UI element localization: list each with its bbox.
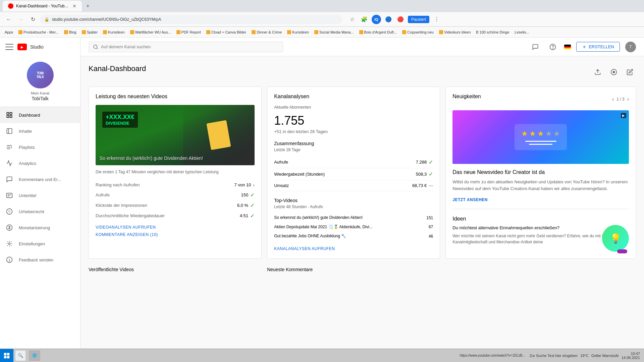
svg-point-23 <box>94 45 97 49</box>
urheberrecht-icon: © <box>5 207 13 216</box>
upload-button[interactable] <box>592 66 604 78</box>
bookmark-social[interactable]: Social Media Mana... <box>312 29 356 35</box>
bookmark-bois[interactable]: Bois d'Argent Duft... <box>357 29 399 35</box>
tab-close-button[interactable]: ✕ <box>72 3 76 9</box>
channel-analytics-link[interactable]: KANALANALYSEN AUFRUFEN <box>274 246 433 251</box>
video-thumbnail[interactable]: +XXX.XX€ DIVIDENDE So erkennst du (wirkl… <box>96 105 255 165</box>
active-tab[interactable]: Kanal-Dashboard - YouTube Stu... ✕ <box>3 1 82 11</box>
extension3-button[interactable]: 🔴 <box>396 15 405 24</box>
bookmark-100schoene[interactable]: B100 schöne Dinge <box>474 29 511 35</box>
bookmark-produktsuche[interactable]: Produktsuche - Mer... <box>16 29 61 35</box>
taskbar-clock: 10:47 14.06.2021 <box>622 352 640 360</box>
forward-button[interactable]: → <box>16 15 25 24</box>
inhalte-icon <box>5 127 13 135</box>
top-bar: ERSTELLEN T <box>80 38 644 56</box>
edit-button[interactable] <box>624 66 636 78</box>
search-container[interactable] <box>89 42 283 52</box>
svg-point-19 <box>9 243 10 245</box>
bottom-row: Veröffentlichte Videos Neueste Kommentar… <box>89 264 636 275</box>
bookmark-videokurs[interactable]: Videokurs Ideen <box>437 29 473 35</box>
bookmark-copywriting[interactable]: Copywriting neu <box>400 29 436 35</box>
top-videos-title: Top-Videos <box>274 198 433 203</box>
extension2-button[interactable]: 🔵 <box>384 15 393 24</box>
taskbar-status-url: https://www.youtube.com/watch?v=15CzBUbj… <box>460 354 527 357</box>
new-tab-button[interactable]: + <box>83 1 93 11</box>
more-button[interactable]: ⋮ <box>432 15 441 24</box>
news-next-button[interactable]: › <box>627 96 629 102</box>
ideas-title: Ideen <box>452 216 629 222</box>
summary-period: Letzte 28 Tage <box>274 147 433 152</box>
aufrufe-metric-check: ✓ <box>429 159 433 165</box>
bookmark-wahlfächer[interactable]: Wahlfächer WU Aus... <box>128 29 173 35</box>
sidebar-label-einstellungen: Einstellungen <box>19 241 45 246</box>
bookmark-kursideen2[interactable]: Kursideen <box>285 29 311 35</box>
sidebar-item-playlists[interactable]: Playlists <box>0 139 80 155</box>
refresh-button[interactable]: ↻ <box>28 15 38 24</box>
address-bar[interactable]: 🔒 studio.youtube.com/channel/UC6N5u-OiGz… <box>40 15 342 24</box>
svg-rect-2 <box>7 116 9 118</box>
sidebar: Studio TOBITALK Mein Kanal TobiTalk Dash… <box>0 38 80 362</box>
svg-rect-0 <box>7 113 9 115</box>
sidebar-item-untertitel[interactable]: Untertitel <box>0 187 80 203</box>
dashboard-grid: Leistung des neuesten Videos +XXX.XX€ DI… <box>89 86 636 259</box>
news-card: Neuigkeiten ‹ 1 / 3 › ★ <box>445 86 636 259</box>
sidebar-item-analytics[interactable]: Analytics <box>0 155 80 171</box>
taskbar-search[interactable]: 🔍 <box>15 351 25 361</box>
analytics-icon <box>5 159 13 167</box>
sidebar-item-urheberrecht[interactable]: © Urheberrecht <box>0 203 80 220</box>
taskbar-browser[interactable]: 🌐 <box>29 350 40 361</box>
live-button[interactable] <box>608 66 620 78</box>
news-image[interactable]: ★ ★ ★ ★ ★ ▶ <box>452 110 629 164</box>
bookmark-kursideen[interactable]: Kursideen <box>101 29 127 35</box>
sidebar-item-comments[interactable]: Kommentare und Er... <box>0 171 80 187</box>
sidebar-item-dashboard[interactable]: Dashboard <box>0 107 80 123</box>
channel-name: TobiTalk <box>32 96 49 101</box>
bookmark-pdf[interactable]: PDF Report <box>174 29 203 35</box>
sidebar-item-monetarisierung[interactable]: Monetarisierung <box>0 220 80 236</box>
create-button[interactable]: ERSTELLEN <box>576 42 620 52</box>
bookmark-dinner[interactable]: Dinner & Crime <box>250 29 284 35</box>
help-button[interactable] <box>547 41 559 53</box>
video-analytics-link[interactable]: VIDEOANALYSEN AUFRUFEN <box>96 225 255 230</box>
sidebar-item-inhalte[interactable]: Inhalte <box>0 123 80 139</box>
subscribers-count: 1.755 <box>274 114 433 128</box>
sidebar-label-urheberrecht: Urheberrecht <box>19 209 44 214</box>
channel-label: Mein Kanal <box>31 91 49 95</box>
search-input[interactable] <box>101 44 279 49</box>
news-prev-button[interactable]: ‹ <box>612 96 614 102</box>
bookmark-apps[interactable]: Apps <box>3 29 15 35</box>
subscribers-label: Aktuelle Abonnenten <box>274 105 433 110</box>
sidebar-item-einstellungen[interactable]: Einstellungen <box>0 236 80 252</box>
profile-button[interactable]: IQ <box>372 15 381 24</box>
news-watch-link[interactable]: JETZT ANSEHEN <box>452 197 488 202</box>
svg-rect-3 <box>10 116 12 118</box>
user-avatar[interactable]: T <box>625 42 636 52</box>
dashboard-icon <box>5 111 13 119</box>
start-button[interactable] <box>0 349 13 362</box>
top-videos-period: Letzte 48 Stunden · Aufrufe <box>274 204 433 209</box>
avatar[interactable]: TOBITALK <box>27 62 54 88</box>
sidebar-label-dashboard: Dashboard <box>19 113 40 118</box>
channel-info: TOBITALK Mein Kanal TobiTalk <box>0 56 80 107</box>
sidebar-item-feedback[interactable]: Feedback senden <box>0 252 80 268</box>
comments-link[interactable]: KOMMENTARE ANZEIGEN (10) <box>96 232 255 237</box>
bookmark-blog[interactable]: Blog <box>62 29 78 35</box>
taskbar-search-text: Zur Suche Text hier eingeben <box>530 354 578 358</box>
bookmark-cload[interactable]: Cload + Canva Bilder <box>204 29 248 35</box>
bookmark-später[interactable]: Später <box>80 29 100 35</box>
sidebar-label-analytics: Analytics <box>19 161 36 166</box>
header-actions <box>592 66 636 78</box>
bookmark-star-button[interactable]: ☆ <box>347 15 357 24</box>
playlists-icon <box>5 143 13 151</box>
messages-button[interactable] <box>529 41 541 53</box>
svg-rect-32 <box>4 353 6 355</box>
extensions-button[interactable]: 🧩 <box>360 15 369 24</box>
back-button[interactable]: ← <box>4 15 13 24</box>
pause-button[interactable]: Pausiert <box>408 16 429 23</box>
hamburger-menu[interactable] <box>5 43 13 51</box>
top-video-3: Gut bezahlte Jobs OHNE Ausbildung 🔧 46 <box>274 232 433 241</box>
sidebar-label-feedback: Feedback senden <box>19 257 53 262</box>
stat-klickrate: Klickrate der Impressionen 6,0 % ✓ <box>96 200 255 210</box>
summary-label: Zusammenfassung <box>274 141 433 146</box>
bookmark-leselis[interactable]: Leselis... <box>513 29 531 35</box>
